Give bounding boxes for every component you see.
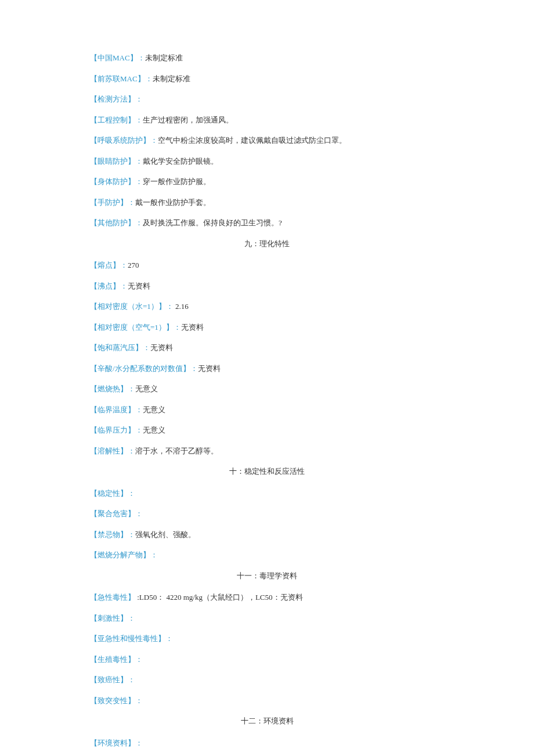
label-polymer: 【聚合危害】： [90,509,143,518]
value-resp: 空气中粉尘浓度较高时，建议佩戴自吸过滤式防尘口罩。 [158,136,347,145]
label-irrit: 【刺激性】： [90,614,135,622]
row-logp: 【辛酸/水分配系数的对数值】：无资料 [90,363,444,375]
label-acute: 【急性毒性】 [90,593,135,602]
label-logp: 【辛酸/水分配系数的对数值】： [90,364,198,373]
label-body: 【身体防护】： [90,177,143,186]
value-vapor: 无资料 [150,343,173,352]
value-acute: :LD50： 4220 mg/kg（大鼠经口），LC50：无资料 [135,593,303,602]
row-repro: 【生殖毒性】： [90,654,444,665]
row-decomp: 【燃烧分解产物】： [90,549,444,561]
label-env: 【环境资料】： [90,739,143,747]
value-eye: 戴化学安全防护眼镜。 [143,157,218,165]
label-other: 【其他防护】： [90,218,143,227]
label-carcino: 【致癌性】： [90,675,135,684]
label-solub: 【溶解性】： [90,447,135,455]
section-12-heading: 十二：环境资料 [90,715,444,727]
row-incompat: 【禁忌物】：强氧化剂、强酸。 [90,529,444,541]
row-env: 【环境资料】： [90,737,444,749]
label-resp: 【呼吸系统防护】： [90,136,158,145]
row-mutagen: 【致突变性】： [90,695,444,707]
section-10-heading: 十：稳定性和反应活性 [90,466,444,477]
row-eng-ctrl: 【工程控制】：生产过程密闭，加强通风。 [90,114,444,126]
value-crit-temp: 无意义 [143,405,165,414]
row-ussr-mac: 【前苏联MAC】：未制定标准 [90,73,444,85]
value-comb-heat: 无意义 [135,384,158,393]
label-decomp: 【燃烧分解产物】： [90,550,158,559]
label-comb-heat: 【燃烧热】： [90,384,135,393]
row-subchronic: 【亚急性和慢性毒性】： [90,633,444,645]
row-polymer: 【聚合危害】： [90,508,444,520]
value-hand: 戴一般作业防护手套。 [135,198,211,207]
value-dens-water: 2.16 [174,302,189,311]
section-11-heading: 十一：毒理学资料 [90,570,444,582]
label-eye: 【眼睛防护】： [90,157,143,165]
label-subchronic: 【亚急性和慢性毒性】： [90,634,173,643]
row-crit-temp: 【临界温度】：无意义 [90,404,444,416]
row-irrit: 【刺激性】： [90,613,444,624]
label-dens-air: 【相对密度（空气=1）】： [90,323,181,332]
label-mutagen: 【致突变性】： [90,696,143,705]
value-incompat: 强氧化剂、强酸。 [135,530,196,539]
row-detect: 【检测方法】： [90,93,444,105]
label-crit-press: 【临界压力】： [90,426,143,434]
row-acute: 【急性毒性】 :LD50： 4220 mg/kg（大鼠经口），LC50：无资料 [90,592,444,603]
value-logp: 无资料 [198,364,221,373]
label-crit-temp: 【临界温度】： [90,405,143,414]
label-detect: 【检测方法】： [90,95,143,103]
label-ussr-mac: 【前苏联MAC】： [90,74,153,83]
row-stability: 【稳定性】： [90,488,444,499]
label-china-mac: 【中国MAC】： [90,53,145,62]
value-crit-press: 无意义 [143,426,165,434]
row-vapor: 【饱和蒸汽压】：无资料 [90,342,444,354]
value-body: 穿一般作业防护服。 [143,177,211,186]
value-ussr-mac: 未制定标准 [153,74,190,83]
value-solub: 溶于水，不溶于乙醇等。 [135,447,218,455]
label-stability: 【稳定性】： [90,489,135,498]
row-hand: 【手防护】：戴一般作业防护手套。 [90,197,444,208]
row-carcino: 【致癌性】： [90,674,444,686]
row-melting: 【熔点】：270 [90,260,444,271]
row-solub: 【溶解性】：溶于水，不溶于乙醇等。 [90,445,444,457]
section-9-heading: 九：理化特性 [90,238,444,250]
row-boiling: 【沸点】：无资料 [90,280,444,292]
value-other: 及时换洗工作服。保持良好的卫生习惯。? [143,218,282,227]
value-melting: 270 [128,261,139,269]
label-dens-water: 【相对密度（水=1）】： [90,302,174,311]
row-body: 【身体防护】：穿一般作业防护服。 [90,176,444,188]
row-comb-heat: 【燃烧热】：无意义 [90,383,444,395]
label-vapor: 【饱和蒸汽压】： [90,343,150,352]
row-dens-air: 【相对密度（空气=1）】：无资料 [90,322,444,333]
row-dens-water: 【相对密度（水=1）】： 2.16 [90,301,444,312]
label-incompat: 【禁忌物】： [90,530,135,539]
value-eng-ctrl: 生产过程密闭，加强通风。 [143,116,233,124]
value-china-mac: 未制定标准 [145,53,183,62]
value-boiling: 无资料 [128,282,150,290]
label-eng-ctrl: 【工程控制】： [90,116,143,124]
label-repro: 【生殖毒性】： [90,655,143,664]
row-resp: 【呼吸系统防护】：空气中粉尘浓度较高时，建议佩戴自吸过滤式防尘口罩。 [90,135,444,146]
label-hand: 【手防护】： [90,198,135,207]
row-other: 【其他防护】：及时换洗工作服。保持良好的卫生习惯。? [90,217,444,229]
row-crit-press: 【临界压力】：无意义 [90,424,444,436]
label-boiling: 【沸点】： [90,282,128,290]
row-eye: 【眼睛防护】：戴化学安全防护眼镜。 [90,156,444,167]
value-dens-air: 无资料 [181,323,204,332]
row-china-mac: 【中国MAC】：未制定标准 [90,52,444,64]
label-melting: 【熔点】： [90,261,128,269]
